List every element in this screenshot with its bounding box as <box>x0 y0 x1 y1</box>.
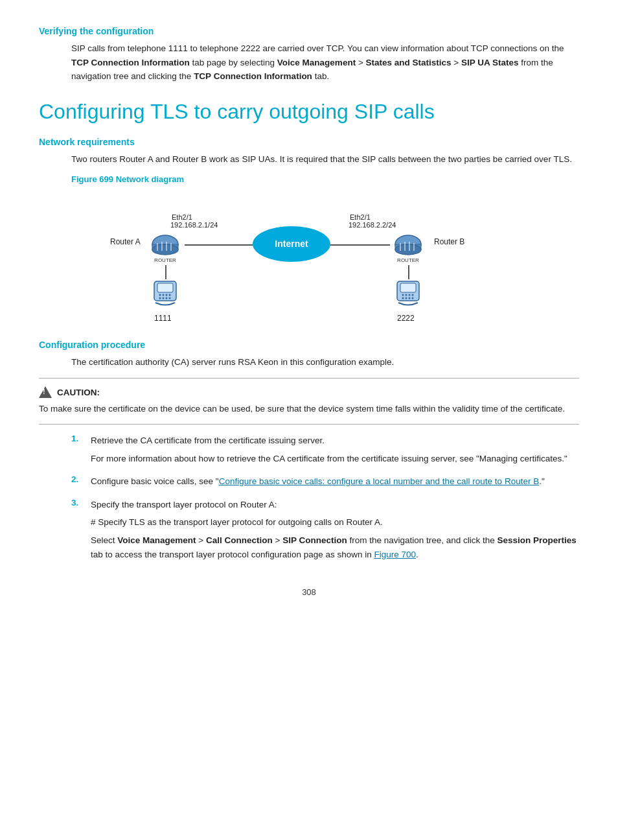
eth-left-label: Eth2/1 <box>172 213 192 221</box>
step-3-m4: tab to access the transport layer protoc… <box>91 550 374 559</box>
page-title: Configuring TLS to carry outgoing SIP ca… <box>39 99 579 124</box>
step-1-text: Retrieve the CA certificate from the cer… <box>91 436 325 445</box>
step-3: 3. Specify the transport layer protocol … <box>71 498 579 561</box>
svg-text:ROUTER: ROUTER <box>154 257 176 263</box>
verifying-body: SIP calls from telephone 1111 to telepho… <box>71 41 579 84</box>
verifying-heading: Verifying the configuration <box>39 26 579 36</box>
config-proc-body: The certification authority (CA) server … <box>71 355 579 369</box>
phone-right-number: 2222 <box>397 314 415 323</box>
step-3-content: Specify the transport layer protocol on … <box>91 498 579 561</box>
router-a-icon: ROUTER <box>146 226 185 265</box>
caution-triangle-icon <box>39 386 52 398</box>
svg-point-18 <box>159 294 161 296</box>
caution-box: CAUTION: To make sure the certificate on… <box>39 378 579 425</box>
caution-header: CAUTION: <box>39 386 579 398</box>
svg-point-29 <box>406 294 407 296</box>
step-3-text: Specify the transport layer protocol on … <box>91 500 277 509</box>
line-router-b-phone <box>408 265 409 279</box>
tcp-conn-info-bold2: TCP Connection Information <box>194 71 312 81</box>
network-req-heading: Network requirements <box>39 137 579 147</box>
caution-label: CAUTION: <box>57 388 100 397</box>
phone-left-number: 1111 <box>154 314 172 323</box>
line-router-a-phone <box>165 265 166 279</box>
step-1-num: 1. <box>71 434 84 443</box>
network-diagram: Eth2/1 192.168.2.1/24 Eth2/1 192.168.2.2… <box>71 191 525 327</box>
step-2: 2. Configure basic voice calls, see "Con… <box>71 474 579 489</box>
svg-point-34 <box>409 297 411 299</box>
step-3-sub2-pre: Select <box>91 535 117 545</box>
step-2-link[interactable]: Configure basic voice calls: configure a… <box>219 476 540 486</box>
svg-point-31 <box>412 294 414 296</box>
verifying-text6: tab. <box>312 71 329 81</box>
voice-mgmt-bold2: Voice Management <box>117 535 196 545</box>
step-2-num: 2. <box>71 474 84 484</box>
tcp-connection-bold: TCP Connection Information <box>71 58 190 67</box>
step-3-end: . <box>416 550 418 559</box>
steps-list: 1. Retrieve the CA certificate from the … <box>71 434 579 561</box>
session-prop-bold: Session Properties <box>498 535 577 545</box>
network-req-body: Two routers Router A and Router B work a… <box>71 152 579 167</box>
router-a-label: Router A <box>110 237 141 246</box>
svg-point-30 <box>409 294 411 296</box>
eth-right-label: Eth2/1 <box>350 213 371 221</box>
figure-700-link[interactable]: Figure 700 <box>374 550 417 559</box>
verifying-section: Verifying the configuration SIP calls fr… <box>39 26 579 84</box>
svg-point-35 <box>412 297 414 299</box>
step-3-sub1: # Specify TLS as the transport layer pro… <box>91 515 579 530</box>
svg-text:ROUTER: ROUTER <box>397 257 419 263</box>
step-3-m1: > <box>196 535 206 545</box>
svg-point-2 <box>152 244 178 255</box>
svg-point-10 <box>395 244 421 255</box>
voice-mgmt-bold: Voice Management <box>277 58 356 67</box>
internet-cloud: Internet <box>253 226 330 262</box>
figure-caption: Figure 699 Network diagram <box>71 174 579 184</box>
step-3-sub2: Select Voice Management > Call Connectio… <box>91 533 579 561</box>
verifying-text3: > <box>356 58 365 67</box>
step-2-text-pre: Configure basic voice calls, see " <box>91 476 219 486</box>
svg-point-28 <box>402 294 404 296</box>
step-3-m3: from the navigation tree, and click the <box>347 535 498 545</box>
config-proc-section: Configuration procedure The certificatio… <box>39 340 579 561</box>
svg-point-32 <box>402 297 404 299</box>
config-proc-heading: Configuration procedure <box>39 340 579 350</box>
svg-point-33 <box>406 297 407 299</box>
step-2-text-post: ." <box>539 476 545 486</box>
router-b-icon: ROUTER <box>389 226 428 265</box>
svg-point-22 <box>159 297 161 299</box>
verifying-text2: tab page by selecting <box>190 58 277 67</box>
step-2-content: Configure basic voice calls, see "Config… <box>91 474 545 489</box>
sip-conn-bold: SIP Connection <box>282 535 347 545</box>
line-router-a-internet <box>185 244 253 246</box>
svg-point-20 <box>166 294 168 296</box>
step-1-sub: For more information about how to retrie… <box>91 452 567 466</box>
step-3-num: 3. <box>71 498 84 508</box>
step-3-m2: > <box>273 535 282 545</box>
verifying-text4: > <box>452 58 461 67</box>
verifying-text1: SIP calls from telephone 1111 to telepho… <box>71 43 564 53</box>
phone-right-icon <box>392 278 424 310</box>
svg-point-24 <box>166 297 168 299</box>
svg-point-19 <box>163 294 165 296</box>
svg-point-21 <box>169 294 171 296</box>
svg-point-23 <box>163 297 165 299</box>
svg-rect-17 <box>157 283 173 292</box>
phone-left-icon <box>149 278 181 310</box>
router-b-label: Router B <box>434 237 464 246</box>
line-internet-router-b <box>330 244 390 246</box>
sip-ua-bold: SIP UA States <box>461 58 519 67</box>
network-req-section: Network requirements Two routers Router … <box>39 137 579 327</box>
step-1-content: Retrieve the CA certificate from the cer… <box>91 434 567 465</box>
page-number: 308 <box>39 587 579 597</box>
caution-text: To make sure the certificate on the devi… <box>39 402 579 416</box>
svg-rect-27 <box>400 283 416 292</box>
step-1: 1. Retrieve the CA certificate from the … <box>71 434 579 465</box>
svg-point-25 <box>169 297 171 299</box>
call-conn-bold: Call Connection <box>206 535 273 545</box>
states-stats-bold: States and Statistics <box>366 58 452 67</box>
